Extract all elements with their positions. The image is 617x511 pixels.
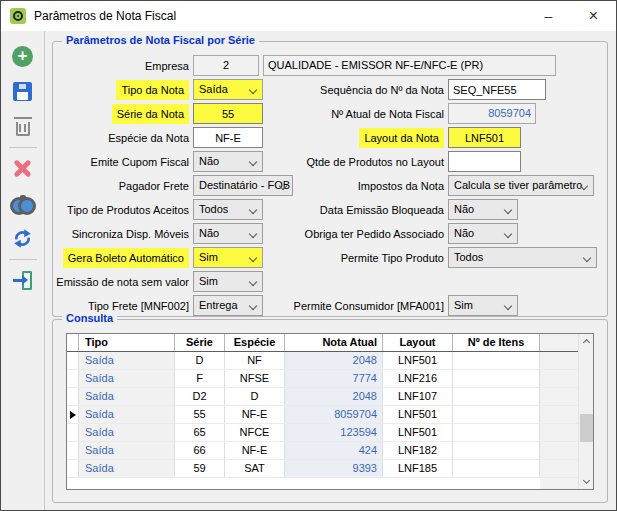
emite-cupom-label: Emite Cupom Fiscal <box>91 150 189 174</box>
add-button[interactable]: + <box>3 39 43 74</box>
sequencia-input[interactable] <box>448 79 546 100</box>
chevron-down-icon <box>249 230 257 238</box>
emissao-sem-valor-select[interactable]: Sim <box>193 271 263 292</box>
cell-layout: LNF107 <box>383 388 453 405</box>
parametros-group-title: Parâmetros de Nota Fiscal por Série <box>62 34 259 46</box>
especie-da-nota-input[interactable] <box>193 127 263 148</box>
column-header-itens[interactable]: Nº de Itens <box>453 334 540 351</box>
binoculars-icon <box>10 197 36 210</box>
scroll-down-button[interactable] <box>579 473 593 488</box>
delete-button[interactable] <box>3 109 43 144</box>
pagador-frete-select[interactable]: Destinatário - FOB <box>193 175 293 196</box>
refresh-button[interactable] <box>3 221 43 256</box>
delete-icon <box>16 122 30 136</box>
table-row[interactable]: Saída66NF-E424LNF182 <box>67 442 578 460</box>
column-header-especie[interactable]: Espécie <box>225 334 285 351</box>
column-header-serie[interactable]: Série <box>175 334 225 351</box>
search-button[interactable] <box>3 186 43 221</box>
sequencia-label: Sequência do Nº da Nota <box>320 78 448 102</box>
save-button[interactable] <box>3 74 43 109</box>
obriga-pedido-value: Não <box>454 227 474 239</box>
table-row[interactable]: Saída59SAT9393LNF185 <box>67 460 578 478</box>
permite-tipo-produto-select[interactable]: Todos <box>448 247 597 268</box>
cell-itens <box>453 352 540 369</box>
table-row[interactable]: SaídaDNF2048LNF501 <box>67 352 578 370</box>
obriga-pedido-label: Obriga ter Pedido Associado <box>305 222 448 246</box>
data-emissao-select[interactable]: Não <box>448 199 518 220</box>
toolbar-separator <box>9 147 37 148</box>
table-row[interactable]: SaídaFNFSE7774LNF216 <box>67 370 578 388</box>
form-row-boleto-permite: Gera Boleto Automático Sim Permite Tipo … <box>53 246 607 270</box>
table-row[interactable]: Saída55NF-E8059704LNF501 <box>67 406 578 424</box>
table-row[interactable]: SaídaD2D2048LNF107 <box>67 388 578 406</box>
scrollbar-thumb[interactable] <box>580 414 593 442</box>
row-marker-cell <box>67 442 79 459</box>
vertical-scrollbar[interactable] <box>578 334 593 489</box>
cell-tipo: Saída <box>79 388 175 405</box>
form-row-tipo-sequencia: Tipo da Nota Saída Sequência do Nº da No… <box>53 78 607 102</box>
chevron-down-icon <box>249 302 257 310</box>
cell-layout: LNF216 <box>383 370 453 387</box>
layout-da-nota-label: Layout da Nota <box>359 126 448 150</box>
qtde-produtos-label: Qtde de Produtos no Layout <box>306 150 448 174</box>
cell-serie: 59 <box>175 460 225 477</box>
arrow-head <box>22 275 28 285</box>
scroll-up-button[interactable] <box>579 335 593 350</box>
qtde-produtos-input[interactable] <box>448 151 521 172</box>
impostos-value: Calcula se tiver parâmetro <box>454 179 582 191</box>
cell-itens <box>453 460 540 477</box>
cell-especie: NF-E <box>225 406 285 423</box>
layout-da-nota-input[interactable] <box>448 127 521 148</box>
binoculars-bridge <box>20 195 26 201</box>
pagador-frete-label: Pagador Frete <box>119 174 189 198</box>
form-row-produtos-data: Tipo de Produtos Aceitos Todos Data Emis… <box>53 198 607 222</box>
cell-layout: LNF501 <box>383 424 453 441</box>
exit-button[interactable] <box>3 263 43 298</box>
sincroniza-select[interactable]: Não <box>193 223 263 244</box>
form-row-serie-atual: Série da Nota Nº Atual de Nota Fiscal 80… <box>53 102 607 126</box>
close-button[interactable]: × <box>571 1 616 31</box>
tipo-frete-value: Entrega <box>199 299 238 311</box>
tipo-produtos-select[interactable]: Todos <box>193 199 263 220</box>
permite-consumidor-select[interactable]: Sim <box>448 295 518 316</box>
obriga-pedido-select[interactable]: Não <box>448 223 518 244</box>
tipo-produtos-value: Todos <box>199 203 228 215</box>
tipo-frete-select[interactable]: Entrega <box>193 295 263 316</box>
cell-itens <box>453 388 540 405</box>
window-title: Parâmetros de Nota Fiscal <box>34 9 526 23</box>
tipo-da-nota-select[interactable]: Saída <box>193 79 263 100</box>
chevron-down-icon <box>249 206 257 214</box>
table-row[interactable]: Saída65NFCE123594LNF501 <box>67 424 578 442</box>
column-header-layout[interactable]: Layout <box>383 334 453 351</box>
chevron-down-icon <box>249 254 257 262</box>
numero-atual-label: Nº Atual de Nota Fiscal <box>331 102 448 126</box>
empresa-code-field: 2 <box>193 55 259 76</box>
cell-itens <box>453 370 540 387</box>
cell-layout: LNF501 <box>383 406 453 423</box>
cell-tipo: Saída <box>79 424 175 441</box>
tipo-produtos-label: Tipo de Produtos Aceitos <box>67 198 189 222</box>
column-header-nota-atual[interactable]: Nota Atual <box>285 334 383 351</box>
consulta-table-header: Tipo Série Espécie Nota Atual Layout Nº … <box>67 334 578 352</box>
serie-da-nota-label: Série da Nota <box>112 102 189 126</box>
consulta-table-body: SaídaDNF2048LNF501SaídaFNFSE7774LNF216Sa… <box>67 352 593 478</box>
toolbar: + <box>1 31 45 510</box>
minimize-button[interactable]: – <box>526 1 571 31</box>
cell-tipo: Saída <box>79 442 175 459</box>
gera-boleto-select[interactable]: Sim <box>193 247 263 268</box>
row-marker-cell <box>67 370 79 387</box>
cell-itens <box>453 406 540 423</box>
serie-da-nota-input[interactable] <box>193 103 263 124</box>
pagador-frete-value: Destinatário - FOB <box>199 179 290 191</box>
cell-nota-atual: 2048 <box>285 352 383 369</box>
impostos-select[interactable]: Calcula se tiver parâmetro <box>448 175 594 196</box>
row-marker-cell <box>67 460 79 477</box>
add-icon: + <box>12 46 33 67</box>
emite-cupom-select[interactable]: Não <box>193 151 263 172</box>
cell-especie: NF-E <box>225 442 285 459</box>
current-row-marker-icon <box>70 411 76 419</box>
cancel-button[interactable] <box>3 151 43 186</box>
form-row-frete-consumidor: Tipo Frete [MNF002] Entrega Permite Cons… <box>53 294 607 318</box>
tipo-da-nota-value: Saída <box>199 83 228 95</box>
column-header-tipo[interactable]: Tipo <box>79 334 175 351</box>
